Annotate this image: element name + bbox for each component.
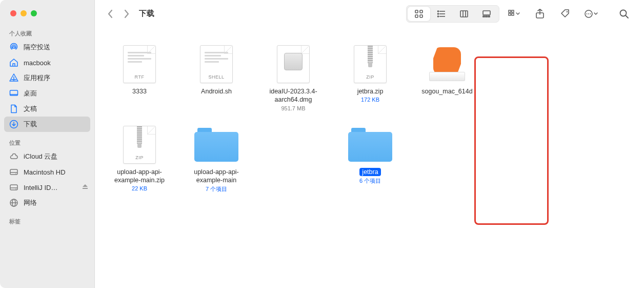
svg-rect-19 — [420, 15, 422, 17]
sidebar-item-label: IntelliJ ID… — [24, 184, 57, 191]
cloud-icon — [9, 152, 18, 161]
sidebar-item-network[interactable]: 网络 — [0, 195, 94, 210]
gallery-view-button[interactable] — [475, 7, 498, 21]
sidebar-item-airdrop[interactable]: 隔空投送 — [0, 40, 94, 55]
svg-rect-32 — [488, 16, 490, 17]
file-subtitle: 7 个项目 — [181, 185, 252, 193]
file-name: upload-app-api-example-main — [181, 168, 252, 185]
document-icon — [9, 104, 18, 113]
maximize-window-button[interactable] — [31, 10, 37, 16]
back-button[interactable] — [104, 7, 116, 21]
icon-view-button[interactable] — [408, 7, 430, 21]
svg-rect-16 — [415, 10, 418, 13]
file-name: jetbra.zip — [335, 87, 406, 95]
svg-point-25 — [438, 16, 439, 17]
sidebar-item-desktop[interactable]: 桌面 — [0, 86, 94, 101]
sidebar-section-favorites-title: 个人收藏 — [0, 28, 94, 40]
file-item[interactable]: SHELLAndroid.sh — [178, 36, 255, 117]
zip-icon: ZIP — [104, 120, 175, 168]
svg-rect-6 — [10, 169, 17, 175]
network-icon — [9, 198, 18, 207]
svg-rect-9 — [10, 185, 17, 190]
folder-icon — [335, 120, 406, 168]
action-menu-button[interactable] — [582, 6, 600, 22]
sidebar-item-home[interactable]: macbook — [0, 55, 94, 70]
file-item[interactable]: ZIPupload-app-api-example-main.zip22 KB — [101, 117, 178, 199]
svg-point-41 — [588, 13, 589, 14]
file-subtitle: 22 KB — [104, 185, 175, 191]
file-item[interactable]: jetbra6 个项目 — [332, 117, 409, 199]
shell-icon: SHELL — [181, 39, 252, 87]
svg-rect-34 — [512, 10, 514, 12]
file-item[interactable]: ideaIU-2023.3.4-aarch64.dmg951.7 MB — [255, 36, 332, 117]
disk-icon — [9, 183, 18, 192]
sidebar-item-cloud[interactable]: iCloud 云盘 — [0, 149, 94, 164]
file-item[interactable]: sogou_mac_614d — [409, 36, 486, 117]
forward-button[interactable] — [120, 7, 133, 21]
svg-point-0 — [13, 46, 15, 48]
sidebar-item-disk[interactable]: IntelliJ ID… — [0, 180, 94, 195]
sidebar-item-label: 应用程序 — [24, 73, 50, 83]
sidebar-item-label: 下载 — [24, 120, 37, 129]
svg-point-40 — [587, 13, 588, 14]
sidebar-item-document[interactable]: 文稿 — [0, 101, 94, 117]
svg-rect-17 — [420, 10, 422, 13]
svg-point-42 — [590, 13, 591, 14]
file-name: sogou_mac_614d — [412, 87, 482, 95]
svg-point-38 — [567, 11, 568, 12]
main: 下载 — [95, 0, 644, 288]
sidebar-item-disk[interactable]: Macintosh HD — [0, 164, 94, 180]
sidebar-section-tags-title: 标签 — [0, 216, 94, 227]
svg-rect-12 — [83, 188, 88, 189]
zip-icon: ZIP — [335, 39, 406, 87]
rtf-icon: RTF — [104, 39, 175, 87]
sidebar-item-download[interactable]: 下载 — [4, 117, 90, 132]
sidebar-item-label: 隔空投送 — [24, 43, 50, 52]
content-area[interactable]: RTF3333SHELLAndroid.shideaIU-2023.3.4-aa… — [95, 28, 644, 288]
column-view-button[interactable] — [453, 7, 475, 21]
home-icon — [9, 58, 18, 67]
svg-rect-36 — [512, 13, 514, 15]
desktop-icon — [9, 89, 18, 98]
file-name: upload-app-api-example-main.zip — [104, 168, 175, 185]
svg-point-24 — [438, 13, 439, 14]
sidebar-item-label: 文稿 — [24, 104, 37, 113]
sidebar-item-label: Macintosh HD — [24, 168, 66, 176]
svg-point-23 — [438, 11, 439, 12]
tags-button[interactable] — [557, 6, 574, 22]
svg-rect-33 — [509, 10, 511, 12]
svg-rect-18 — [415, 15, 418, 17]
svg-rect-26 — [460, 11, 468, 17]
view-mode-group — [406, 5, 499, 23]
sidebar-item-label: iCloud 云盘 — [24, 152, 57, 161]
search-button[interactable] — [615, 6, 633, 22]
file-subtitle: 6 个项目 — [335, 177, 406, 185]
file-subtitle: 951.7 MB — [258, 105, 329, 111]
eject-icon[interactable] — [82, 184, 88, 191]
svg-rect-31 — [486, 16, 487, 17]
pkgimg-icon — [412, 39, 482, 87]
sidebar-section-locations-title: 位置 — [0, 137, 94, 149]
file-item[interactable]: ZIPjetbra.zip172 KB — [332, 36, 409, 117]
window-title: 下载 — [139, 9, 154, 18]
svg-rect-30 — [483, 16, 485, 17]
sidebar-item-label: 桌面 — [24, 89, 37, 98]
sidebar-item-apps[interactable]: 应用程序 — [0, 70, 94, 86]
list-view-button[interactable] — [430, 7, 453, 21]
download-icon — [9, 120, 18, 129]
sidebar-item-label: 网络 — [24, 198, 37, 207]
svg-line-44 — [626, 15, 629, 18]
file-name: Android.sh — [181, 87, 252, 95]
close-window-button[interactable] — [10, 10, 16, 16]
file-item[interactable]: upload-app-api-example-main7 个项目 — [178, 117, 255, 199]
toolbar: 下载 — [95, 0, 644, 28]
svg-rect-35 — [509, 13, 511, 15]
file-item[interactable]: RTF3333 — [101, 36, 178, 117]
minimize-window-button[interactable] — [21, 10, 27, 16]
file-name: 3333 — [104, 87, 175, 95]
airdrop-icon — [9, 43, 18, 52]
file-name: ideaIU-2023.3.4-aarch64.dmg — [258, 87, 329, 104]
share-button[interactable] — [531, 6, 549, 22]
svg-point-8 — [15, 174, 16, 174]
group-by-button[interactable] — [506, 6, 523, 22]
